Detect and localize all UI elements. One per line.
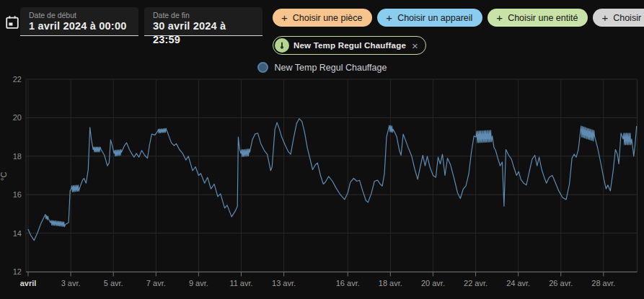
svg-text:28 avr.: 28 avr.: [591, 279, 615, 287]
date-end-field[interactable]: Date de fin 30 avril 2024 à 23:59: [144, 7, 263, 36]
svg-text:avril: avril: [20, 279, 37, 287]
choose-room-button[interactable]: + Choisir une pièce: [273, 9, 372, 27]
axis-labels: 222018161412avril3 avr.5 avr.7 avr.9 avr…: [0, 75, 615, 287]
svg-text:14: 14: [13, 229, 22, 238]
svg-text:°C: °C: [0, 172, 8, 181]
close-icon[interactable]: ×: [410, 40, 420, 51]
plus-icon: +: [601, 12, 608, 23]
choose-entity-button[interactable]: + Choisir une entité: [488, 9, 588, 27]
chart-legend-item[interactable]: New Temp Regul Chauffage: [0, 62, 644, 73]
legend-marker-icon: [257, 62, 268, 73]
entity-chip[interactable]: New Temp Regul Chauffage ×: [273, 36, 426, 55]
calendar-icon[interactable]: [4, 14, 20, 30]
legend-label: New Temp Regul Chauffage: [275, 63, 387, 73]
svg-text:12: 12: [13, 267, 22, 276]
svg-text:18 avr.: 18 avr.: [379, 279, 402, 287]
svg-text:9 avr.: 9 avr.: [189, 279, 208, 287]
date-start-label: Date de début: [29, 11, 130, 19]
svg-text:16 avr.: 16 avr.: [336, 279, 360, 287]
date-start-field[interactable]: Date de début 1 avril 2024 à 00:00: [20, 7, 138, 36]
plus-icon: +: [496, 12, 503, 23]
plus-icon: +: [386, 12, 392, 23]
grid-lines: [26, 79, 638, 272]
svg-text:22: 22: [13, 75, 22, 84]
axes: [26, 272, 638, 277]
svg-text:18: 18: [13, 152, 22, 161]
svg-text:7 avr.: 7 avr.: [146, 279, 166, 287]
svg-text:5 avr.: 5 avr.: [104, 279, 123, 287]
svg-text:3 avr.: 3 avr.: [61, 279, 81, 287]
choose-label-button[interactable]: + Choisir une étiquette: [593, 9, 644, 27]
svg-text:20: 20: [13, 113, 22, 122]
choose-label-label: Choisir une étiquette: [613, 13, 644, 23]
date-start-value: 1 avril 2024 à 00:00: [29, 19, 130, 33]
choose-entity-label: Choisir une entité: [508, 13, 578, 23]
svg-text:22 avr.: 22 avr.: [464, 279, 488, 287]
choose-device-button[interactable]: + Choisir un appareil: [377, 9, 482, 27]
svg-text:16: 16: [13, 190, 22, 199]
series-line: [28, 119, 637, 241]
svg-text:20 avr.: 20 avr.: [421, 279, 445, 287]
choose-device-label: Choisir un appareil: [397, 13, 472, 23]
plus-icon: +: [281, 12, 288, 23]
svg-text:13 avr.: 13 avr.: [272, 279, 296, 287]
thermometer-icon: [275, 38, 289, 53]
entity-chip-label: New Temp Regul Chauffage: [294, 41, 406, 50]
temperature-chart[interactable]: 222018161412avril3 avr.5 avr.7 avr.9 avr…: [0, 74, 644, 299]
choose-room-label: Choisir une pièce: [293, 13, 363, 23]
svg-text:26 avr.: 26 avr.: [549, 279, 573, 287]
filter-button-row: + Choisir une pièce + Choisir un apparei…: [273, 9, 644, 27]
svg-text:24 avr.: 24 avr.: [506, 279, 530, 287]
svg-text:11 avr.: 11 avr.: [229, 279, 252, 287]
date-end-label: Date de fin: [153, 11, 254, 19]
date-end-value: 30 avril 2024 à 23:59: [153, 19, 254, 47]
